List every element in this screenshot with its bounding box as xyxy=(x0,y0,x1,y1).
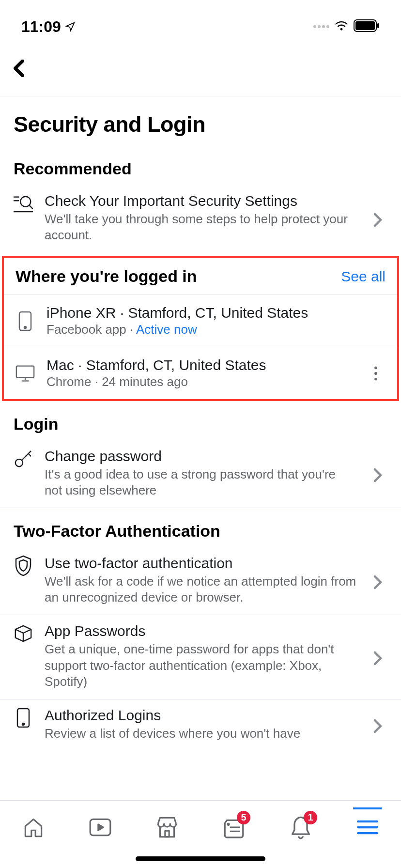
nav-menu[interactable] xyxy=(353,813,382,842)
cube-icon xyxy=(14,624,33,643)
svg-point-21 xyxy=(22,723,24,725)
svg-rect-2 xyxy=(377,23,379,28)
chevron-right-icon xyxy=(368,213,387,227)
svg-line-18 xyxy=(28,454,31,457)
svg-point-26 xyxy=(227,822,230,825)
row-use-two-factor[interactable]: Use two-factor authentication We'll ask … xyxy=(0,547,401,615)
nav-notifications[interactable]: 1 xyxy=(286,813,315,842)
device-row-iphone[interactable]: iPhone XR · Stamford, CT, United States … xyxy=(4,294,397,347)
nav-home[interactable] xyxy=(19,813,48,842)
checklist-search-icon xyxy=(14,194,33,213)
svg-point-16 xyxy=(15,459,23,466)
svg-point-15 xyxy=(374,377,377,380)
svg-rect-10 xyxy=(16,366,34,377)
row-app-passwords[interactable]: App Passwords Get a unique, one-time pas… xyxy=(0,615,401,699)
row-subtitle: Review a list of devices where you won't… xyxy=(45,726,356,742)
chevron-right-icon xyxy=(368,575,387,589)
wifi-icon xyxy=(334,20,349,33)
row-title: Use two-factor authentication xyxy=(45,554,356,573)
section-title-recommended: Recommended xyxy=(0,146,401,185)
page-title: Security and Login xyxy=(0,96,401,146)
section-title-login: Login xyxy=(0,401,401,440)
svg-point-5 xyxy=(20,197,31,207)
row-check-security-settings[interactable]: Check Your Important Security Settings W… xyxy=(0,185,401,252)
svg-rect-1 xyxy=(355,21,375,30)
svg-line-6 xyxy=(29,205,33,209)
device-title: iPhone XR · Stamford, CT, United States xyxy=(46,305,386,321)
page-header xyxy=(0,43,401,96)
svg-point-14 xyxy=(374,372,377,375)
status-bar: 11:09 xyxy=(0,0,401,43)
row-authorized-logins[interactable]: Authorized Logins Review a list of devic… xyxy=(0,699,401,750)
see-all-link[interactable]: See all xyxy=(341,268,386,285)
device-row-mac[interactable]: Mac · Stamford, CT, United States Chrome… xyxy=(4,347,397,399)
key-icon xyxy=(14,449,33,468)
highlight-box-sessions: Where you're logged in See all iPhone XR… xyxy=(2,256,399,401)
location-arrow-icon xyxy=(65,18,76,36)
signal-dots xyxy=(313,25,329,28)
row-subtitle: We'll ask for a code if we notice an att… xyxy=(45,574,356,606)
chevron-right-icon xyxy=(368,651,387,666)
svg-point-9 xyxy=(24,326,26,328)
row-title: Authorized Logins xyxy=(45,706,356,725)
section-title-two-factor: Two-Factor Authentication xyxy=(0,508,401,547)
nav-marketplace[interactable] xyxy=(153,813,182,842)
chevron-right-icon xyxy=(368,719,387,733)
phone-icon xyxy=(14,708,33,728)
svg-point-13 xyxy=(374,366,377,369)
nav-watch[interactable] xyxy=(86,813,115,842)
row-subtitle: Get a unique, one-time password for apps… xyxy=(45,641,356,690)
home-indicator[interactable] xyxy=(136,856,265,861)
phone-icon xyxy=(15,311,35,331)
section-title-logged-in: Where you're logged in xyxy=(15,267,197,286)
desktop-icon xyxy=(15,363,35,384)
nav-badge-notifications: 1 xyxy=(304,811,317,824)
device-title: Mac · Stamford, CT, United States xyxy=(46,357,355,373)
status-time: 11:09 xyxy=(21,18,61,36)
row-title: Change password xyxy=(45,447,356,465)
more-menu-button[interactable] xyxy=(366,366,386,381)
battery-icon xyxy=(354,19,380,34)
device-subtitle: Facebook app · Active now xyxy=(46,322,386,337)
shield-icon xyxy=(14,556,33,575)
back-button[interactable] xyxy=(14,56,33,80)
row-subtitle: We'll take you through some steps to hel… xyxy=(45,211,356,244)
nav-badge-news: 5 xyxy=(237,811,250,824)
device-subtitle: Chrome · 24 minutes ago xyxy=(46,374,355,389)
row-subtitle: It's a good idea to use a strong passwor… xyxy=(45,466,356,499)
nav-news[interactable]: 5 xyxy=(219,813,248,842)
chevron-right-icon xyxy=(368,468,387,482)
row-title: Check Your Important Security Settings xyxy=(45,192,356,210)
svg-rect-23 xyxy=(165,831,169,837)
row-change-password[interactable]: Change password It's a good idea to use … xyxy=(0,440,401,508)
row-title: App Passwords xyxy=(45,622,356,640)
